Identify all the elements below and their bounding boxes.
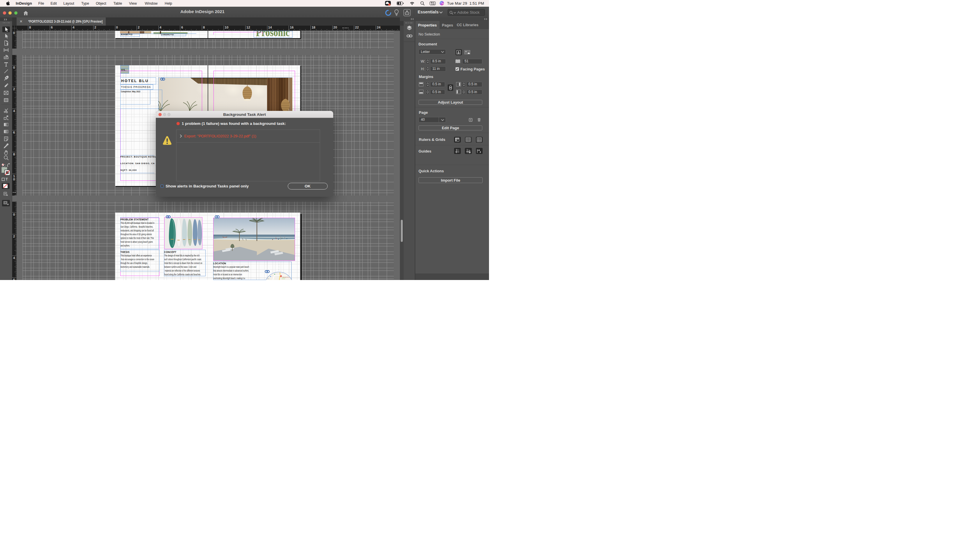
svg-text:Moonlight Beach: Moonlight Beach <box>282 277 290 278</box>
